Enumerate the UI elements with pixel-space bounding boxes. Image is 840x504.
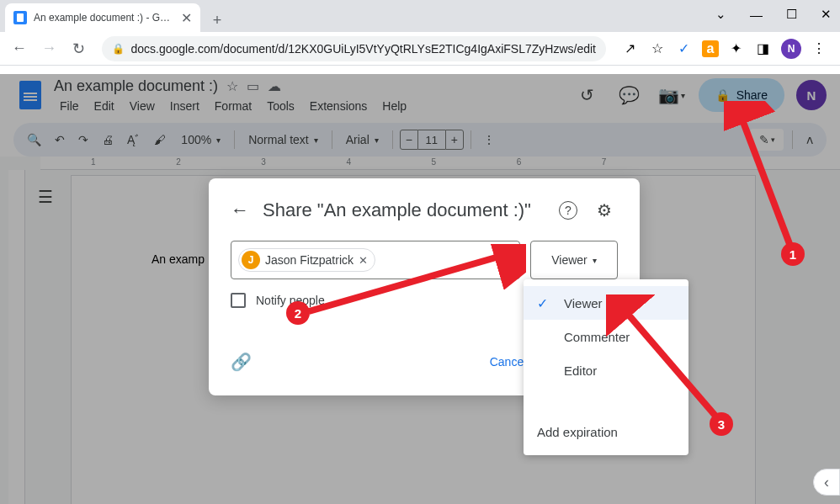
back-arrow-icon[interactable]: ←	[231, 199, 249, 221]
back-button[interactable]: ←	[7, 35, 32, 62]
copy-link-icon[interactable]: 🔗	[231, 352, 252, 372]
menu-divider	[524, 409, 688, 410]
bookmark-star-icon[interactable]: ☆	[648, 40, 667, 58]
annotation-badge-1: 1	[781, 242, 805, 266]
window-maximize-icon[interactable]: ☐	[786, 7, 797, 22]
window-controls: ⌄ — ☐ ✕	[715, 7, 832, 22]
amazon-extension-icon[interactable]: a	[702, 40, 719, 57]
role-label: Viewer	[564, 296, 603, 310]
share-dialog-title: Share "An example document :)"	[263, 199, 545, 221]
tab-close-icon[interactable]: ✕	[181, 10, 192, 26]
tab-strip: An example document :) - Goog ✕ +	[0, 0, 840, 32]
role-option-expiration[interactable]: Add expiration	[524, 415, 688, 448]
extension-1-icon[interactable]: ✓	[675, 40, 694, 58]
forward-button[interactable]: →	[37, 35, 62, 62]
annotation-badge-2: 2	[286, 301, 310, 325]
role-label: Editor	[564, 363, 597, 378]
docs-favicon-icon	[13, 11, 27, 24]
chip-remove-icon[interactable]: ✕	[359, 254, 368, 267]
notify-checkbox[interactable]	[231, 293, 246, 308]
role-option-editor[interactable]: Editor	[524, 353, 688, 387]
chip-name: Jason Fitzpatrick	[265, 253, 354, 267]
role-select[interactable]: Viewer ▾	[530, 241, 618, 279]
url-field[interactable]: 🔒 docs.google.com/document/d/12KX0GUiLyI…	[102, 36, 606, 61]
new-tab-button[interactable]: +	[205, 8, 229, 32]
share-title-row: ← Share "An example document :)" ? ⚙	[231, 197, 618, 224]
browser-menu-icon[interactable]: ⋮	[810, 40, 828, 58]
browser-tab[interactable]: An example document :) - Goog ✕	[5, 3, 200, 32]
person-chip[interactable]: J Jason Fitzpatrick ✕	[238, 248, 375, 272]
profile-avatar[interactable]: N	[781, 39, 801, 59]
sidepanel-icon[interactable]: ◨	[754, 40, 773, 58]
share-page-icon[interactable]: ↗	[621, 40, 640, 58]
address-bar: ← → ↻ 🔒 docs.google.com/document/d/12KX0…	[0, 32, 840, 66]
window-close-icon[interactable]: ✕	[821, 7, 832, 22]
reload-button[interactable]: ↻	[66, 35, 92, 62]
scroll-fab[interactable]: ‹	[813, 469, 840, 496]
role-menu: ✓ Viewer Commenter Editor Add expiration	[524, 279, 688, 455]
people-input[interactable]: J Jason Fitzpatrick ✕	[231, 241, 520, 279]
url-text: docs.google.com/document/d/12KX0GUiLyI5V…	[131, 42, 596, 56]
role-label: Add expiration	[537, 425, 618, 439]
extensions-puzzle-icon[interactable]: ✦	[727, 40, 746, 58]
window-chevron-icon[interactable]: ⌄	[715, 7, 726, 22]
chip-avatar: J	[242, 251, 260, 269]
role-option-viewer[interactable]: ✓ Viewer	[524, 286, 688, 320]
role-value: Viewer	[551, 253, 587, 267]
tab-title: An example document :) - Goog	[34, 12, 174, 24]
annotation-badge-3: 3	[710, 412, 733, 436]
window-minimize-icon[interactable]: —	[750, 8, 763, 22]
caret-down-icon: ▾	[593, 256, 597, 265]
check-icon: ✓	[537, 295, 552, 311]
help-icon[interactable]: ?	[559, 201, 577, 220]
lock-icon: 🔒	[112, 43, 125, 55]
role-option-commenter[interactable]: Commenter	[524, 320, 688, 353]
role-label: Commenter	[564, 330, 630, 344]
settings-gear-icon[interactable]: ⚙	[591, 197, 618, 224]
extension-icons: ↗ ☆ ✓ a ✦ ◨ N ⋮	[616, 39, 833, 59]
share-input-row: J Jason Fitzpatrick ✕ Viewer ▾	[231, 241, 618, 279]
